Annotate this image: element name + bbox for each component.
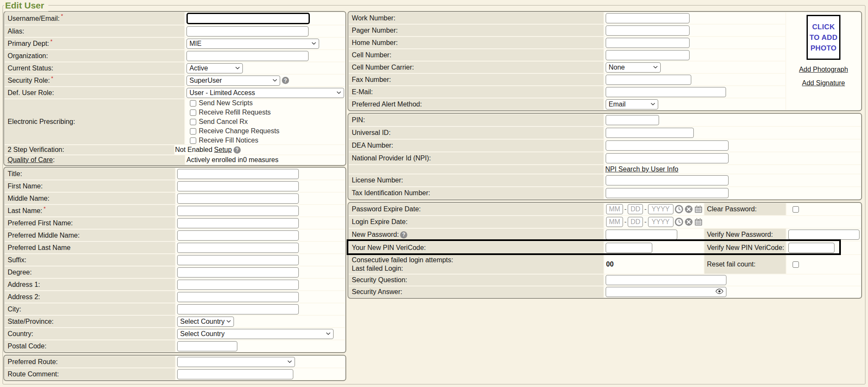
calendar-icon[interactable] xyxy=(694,218,703,226)
middle-name-row: Middle Name: xyxy=(5,193,345,204)
state-province-select[interactable]: Select Country xyxy=(177,317,234,327)
preferred-first-name-row: Preferred First Name: xyxy=(5,217,345,229)
city-input[interactable] xyxy=(177,304,299,314)
home-number-input[interactable] xyxy=(606,38,690,48)
new-password-row: New Password:? Verify New Password: xyxy=(349,229,861,241)
route-section: Preferred Route: Route Comment: xyxy=(3,355,346,381)
verify-new-password-input[interactable] xyxy=(788,230,860,240)
login-expire-row: Login Expire Date: - - xyxy=(349,216,861,228)
calendar-icon[interactable] xyxy=(694,205,703,213)
def-user-role-select[interactable]: User - Limited Access xyxy=(186,88,344,98)
eye-icon[interactable] xyxy=(715,288,723,296)
email-input[interactable] xyxy=(606,87,726,97)
first-name-input[interactable] xyxy=(177,181,299,191)
preferred-alert-method-select[interactable]: Email xyxy=(606,99,658,109)
pin-input[interactable] xyxy=(606,115,659,125)
add-signature-link[interactable]: Add Signature xyxy=(802,79,845,87)
tax-id-label: Tax Identification Number: xyxy=(349,187,604,199)
send-new-scripts-checkbox[interactable] xyxy=(190,100,196,107)
cell-carrier-select[interactable]: None xyxy=(606,62,661,73)
two-step-help-icon[interactable]: ? xyxy=(234,146,241,154)
password-expire-mm-input[interactable] xyxy=(606,204,623,214)
add-photograph-link[interactable]: Add Photograph xyxy=(799,66,848,73)
work-number-input[interactable] xyxy=(606,13,690,23)
preferred-middle-name-input[interactable] xyxy=(177,230,299,241)
verify-new-password-label: Verify New Password: xyxy=(704,229,786,241)
dea-number-input[interactable] xyxy=(606,140,729,151)
alias-row: Alias: xyxy=(5,25,345,37)
username-input[interactable] xyxy=(186,13,310,24)
tax-id-row: Tax Identification Number: xyxy=(349,187,861,199)
last-name-input[interactable] xyxy=(177,206,299,216)
clock-icon[interactable] xyxy=(675,205,683,213)
organization-input[interactable] xyxy=(186,51,309,61)
preferred-route-select[interactable] xyxy=(177,357,295,367)
dea-number-row: DEA Number: xyxy=(349,140,861,151)
required-marker: * xyxy=(51,76,53,81)
address2-input[interactable] xyxy=(177,292,299,302)
login-expire-yyyy-input[interactable] xyxy=(648,217,673,227)
preferred-last-name-input[interactable] xyxy=(177,243,299,253)
alias-input[interactable] xyxy=(186,26,309,36)
universal-id-input[interactable] xyxy=(606,128,694,138)
new-password-help-icon[interactable]: ? xyxy=(400,231,407,238)
npi-input[interactable] xyxy=(606,153,729,163)
primary-dept-row: Primary Dept:* MIE xyxy=(5,38,345,49)
address1-input[interactable] xyxy=(177,280,299,290)
npi-search-link[interactable]: NPI Search by User Info xyxy=(605,165,679,173)
login-expire-dd-input[interactable] xyxy=(628,217,643,227)
security-question-input[interactable] xyxy=(606,275,726,285)
quality-of-care-link[interactable]: Quality of Care xyxy=(8,156,53,164)
cell-number-input[interactable] xyxy=(606,50,690,60)
pin-label: PIN: xyxy=(349,114,604,126)
preferred-route-row: Preferred Route: xyxy=(5,356,345,367)
tax-id-input[interactable] xyxy=(606,188,729,198)
clock-icon[interactable] xyxy=(675,218,683,226)
new-password-input[interactable] xyxy=(606,230,677,240)
degree-input[interactable] xyxy=(177,267,299,278)
preferred-last-name-row: Preferred Last Name xyxy=(5,242,345,253)
title-row: Title: xyxy=(5,168,345,179)
middle-name-input[interactable] xyxy=(177,194,299,204)
fax-number-input[interactable] xyxy=(606,75,691,85)
postal-code-input[interactable] xyxy=(177,341,237,351)
photo-upload-box[interactable]: CLICK TO ADD PHOTO xyxy=(807,15,840,60)
clear-date-icon[interactable] xyxy=(684,205,693,213)
primary-dept-select[interactable]: MIE xyxy=(186,39,319,49)
send-cancel-rx-checkbox[interactable] xyxy=(190,119,196,125)
suffix-input[interactable] xyxy=(177,255,299,265)
password-expire-dd-input[interactable] xyxy=(628,204,643,214)
degree-row: Degree: xyxy=(5,266,345,278)
password-expire-yyyy-input[interactable] xyxy=(648,204,673,214)
new-password-label: New Password:? xyxy=(349,229,604,241)
login-expire-label: Login Expire Date: xyxy=(349,216,604,228)
verify-pin-vericode-label: Verify New PIN VeriCode: xyxy=(704,241,786,254)
reset-fail-count-checkbox[interactable] xyxy=(793,261,799,268)
country-select[interactable]: Select Country xyxy=(177,329,334,339)
state-province-row: State/Province: Select Country xyxy=(5,316,345,327)
receive-refill-requests-checkbox[interactable] xyxy=(190,109,196,116)
license-number-input[interactable] xyxy=(606,175,729,185)
pin-row: PIN: xyxy=(349,114,861,126)
two-step-setup-link[interactable]: Setup xyxy=(214,146,232,154)
country-row: Country: Select Country xyxy=(5,328,345,339)
clear-password-checkbox[interactable] xyxy=(793,206,799,213)
route-comment-input[interactable] xyxy=(177,369,293,379)
preferred-first-name-input[interactable] xyxy=(177,218,299,228)
clear-date-icon[interactable] xyxy=(684,218,693,226)
organization-row: Organization: xyxy=(5,50,345,62)
security-role-help-icon[interactable]: ? xyxy=(282,77,289,84)
pin-vericode-input[interactable] xyxy=(606,243,652,253)
current-status-select[interactable]: Active xyxy=(186,63,243,73)
security-role-select[interactable]: SuperUser xyxy=(186,76,280,86)
receive-fill-notices-checkbox[interactable] xyxy=(190,137,196,144)
security-answer-row: Security Answer: xyxy=(349,286,861,297)
title-input[interactable] xyxy=(177,169,299,179)
route-comment-row: Route Comment: xyxy=(5,368,345,380)
verify-pin-vericode-input[interactable] xyxy=(788,243,835,253)
login-expire-mm-input[interactable] xyxy=(606,217,623,227)
security-answer-input[interactable] xyxy=(606,287,726,297)
receive-change-requests-checkbox[interactable] xyxy=(190,128,196,135)
work-number-label: Work Number: xyxy=(349,12,604,24)
pager-number-input[interactable] xyxy=(606,25,690,36)
